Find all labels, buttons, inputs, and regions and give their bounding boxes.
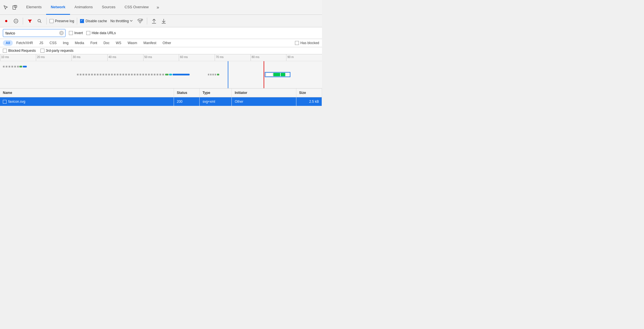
network-toolbar: ● Preserve log Disable cache No throttli…	[0, 15, 322, 27]
ruler-tick: 90 m	[286, 54, 322, 61]
select-element-icon[interactable]	[2, 4, 9, 11]
device-toolbar-icon[interactable]	[11, 4, 18, 11]
ruler-tick: 10 ms	[0, 54, 36, 61]
filter-input[interactable]	[3, 29, 65, 37]
tab-network[interactable]: Network	[46, 0, 70, 15]
preserve-log-label[interactable]: Preserve log	[50, 19, 74, 23]
preserve-log-checkbox[interactable]	[50, 19, 54, 23]
file-name: favicon.svg	[8, 100, 25, 104]
type-filter-buttons: AllFetch/XHRJSCSSImgMediaFontDocWSWasmMa…	[3, 40, 174, 46]
clear-button[interactable]	[12, 17, 20, 25]
cell-initiator: Other	[232, 97, 296, 106]
load-line	[264, 61, 264, 89]
tab-elements[interactable]: Elements	[22, 0, 46, 15]
svg-point-8	[142, 19, 142, 20]
invert-checkbox[interactable]	[69, 31, 73, 35]
devtools-icons	[2, 4, 18, 11]
col-header-status[interactable]: Status	[174, 89, 199, 97]
record-button[interactable]: ●	[2, 17, 10, 25]
ruler-tick: 30 ms	[71, 54, 107, 61]
type-filter-doc[interactable]: Doc	[101, 40, 112, 46]
invert-option[interactable]: Invert	[69, 31, 83, 35]
disable-cache-label[interactable]: Disable cache	[80, 19, 107, 23]
has-blocked-checkbox[interactable]	[295, 41, 299, 45]
timeline-rows	[0, 61, 322, 89]
timeline-area: 10 ms20 ms30 ms40 ms50 ms60 ms70 ms80 ms…	[0, 54, 322, 89]
type-filter-media[interactable]: Media	[72, 40, 87, 46]
type-filter-all[interactable]: All	[3, 40, 13, 46]
disable-cache-checkbox[interactable]	[80, 19, 84, 23]
blocked-bar: Blocked Requests 3rd-party requests	[0, 47, 322, 54]
table-body: favicon.svg200svg+xmlOther2.5 kB	[0, 97, 322, 106]
network-table: Name Status Type Initiator Size favicon.…	[0, 89, 322, 106]
col-header-type[interactable]: Type	[200, 89, 232, 97]
type-filter-manifest[interactable]: Manifest	[141, 40, 159, 46]
export-har-button[interactable]	[160, 17, 168, 25]
type-filter-bar: AllFetch/XHRJSCSSImgMediaFontDocWSWasmMa…	[0, 39, 322, 47]
hide-data-urls-option[interactable]: Hide data URLs	[86, 31, 116, 35]
ruler-tick: 60 ms	[179, 54, 215, 61]
third-party-option[interactable]: 3rd-party requests	[40, 49, 73, 53]
svg-line-5	[40, 22, 41, 23]
ruler-tick: 20 ms	[36, 54, 72, 61]
dom-content-loaded-line	[228, 61, 228, 89]
preserve-log-text: Preserve log	[55, 19, 74, 23]
col-header-initiator[interactable]: Initiator	[232, 89, 296, 97]
table-header-row: Name Status Type Initiator Size	[0, 89, 322, 97]
row-select-checkbox[interactable]	[3, 100, 7, 104]
wf-selected-bar	[265, 72, 290, 77]
has-blocked-label: Has blocked	[300, 41, 319, 45]
type-filter-fetch-xhr[interactable]: Fetch/XHR	[13, 40, 36, 46]
cell-size: 2.5 kB	[296, 97, 322, 106]
tab-animations[interactable]: Animations	[70, 0, 97, 15]
type-filter-other[interactable]: Other	[160, 40, 174, 46]
separator-1	[23, 18, 23, 24]
hide-data-urls-checkbox[interactable]	[86, 31, 90, 35]
filter-button[interactable]	[26, 17, 34, 25]
cell-name: favicon.svg	[0, 97, 174, 106]
wf-bar-1c	[23, 66, 27, 67]
disable-cache-text: Disable cache	[85, 19, 107, 23]
type-filter-ws[interactable]: WS	[113, 40, 124, 46]
invert-label: Invert	[74, 31, 83, 35]
wf-bar-1b	[19, 66, 22, 67]
wf-bar-2c	[169, 74, 172, 75]
tab-css-overview[interactable]: CSS Overview	[120, 0, 153, 15]
col-header-size[interactable]: Size	[296, 89, 322, 97]
filter-bar: ✕ Invert Hide data URLs	[0, 27, 322, 39]
svg-point-6	[140, 22, 140, 23]
more-tabs-button[interactable]: »	[154, 5, 161, 10]
network-conditions-button[interactable]	[136, 17, 144, 25]
table-row[interactable]: favicon.svg200svg+xmlOther2.5 kB	[0, 97, 322, 106]
wf-bar-2b	[165, 74, 169, 75]
third-party-checkbox[interactable]	[40, 49, 44, 53]
hide-data-urls-label: Hide data URLs	[92, 31, 116, 35]
blocked-requests-option[interactable]: Blocked Requests	[3, 49, 36, 53]
filter-clear-button[interactable]: ✕	[59, 31, 64, 35]
type-filter-font[interactable]: Font	[87, 40, 100, 46]
wf-bar-2a	[77, 74, 165, 75]
ruler-tick: 80 ms	[251, 54, 286, 61]
separator-4	[147, 18, 147, 24]
tab-sources[interactable]: Sources	[97, 0, 120, 15]
type-filter-js[interactable]: JS	[36, 40, 46, 46]
third-party-label: 3rd-party requests	[46, 49, 73, 53]
type-filter-img[interactable]: Img	[60, 40, 71, 46]
svg-point-4	[38, 19, 40, 22]
wf-bar-3a	[208, 74, 216, 75]
blocked-requests-label: Blocked Requests	[8, 49, 36, 53]
throttle-select[interactable]: No throttling	[109, 18, 135, 24]
type-filter-wasm[interactable]: Wasm	[125, 40, 140, 46]
import-har-button[interactable]	[150, 17, 158, 25]
wf-bar-2d	[173, 74, 190, 75]
has-blocked-option[interactable]: Has blocked	[295, 41, 319, 45]
type-filter-css[interactable]: CSS	[47, 40, 60, 46]
cell-status: 200	[174, 97, 199, 106]
blocked-requests-checkbox[interactable]	[3, 49, 7, 53]
wf-bar-3b	[217, 74, 219, 75]
ruler-tick: 50 ms	[143, 54, 179, 61]
search-button[interactable]	[36, 17, 44, 25]
col-header-name[interactable]: Name	[0, 89, 174, 97]
ruler-tick: 40 ms	[107, 54, 143, 61]
wf-bar-1a	[3, 66, 20, 67]
